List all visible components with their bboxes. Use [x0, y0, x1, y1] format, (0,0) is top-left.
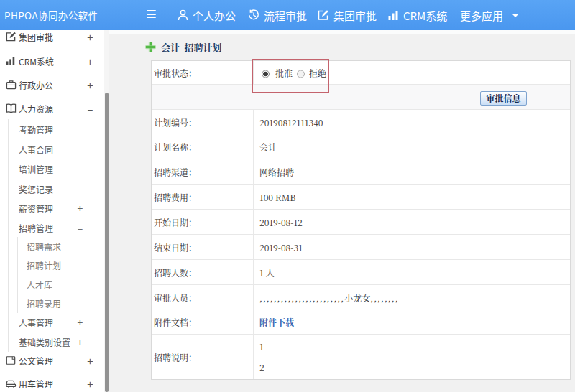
logo: PHPOA协同办公软件 [4, 0, 98, 30]
page-title: 会计 招聘计划 [145, 39, 222, 54]
row-approver: 审批人员：,,,,,,,,,,,,,,,,,,,,,,,,小龙女,,,,,,,, [152, 285, 570, 309]
menu-toggle[interactable] [147, 10, 156, 19]
menu-recruit-plan[interactable]: 招聘计划 [0, 256, 104, 274]
row-end: 结束日期：2019-08-31 [152, 235, 570, 260]
row-actions: 审批信息 [152, 85, 570, 110]
row-channel: 招聘渠道：网络招聘 [152, 159, 570, 185]
highlight-box [252, 59, 329, 93]
row-name: 计划名称：会计 [152, 134, 570, 159]
menu-recruit[interactable]: 招聘管理– [0, 218, 104, 236]
link-download[interactable]: 附件下载 [259, 316, 294, 328]
nav-personal[interactable]: 个人办公 [178, 0, 236, 30]
row-attach: 附件文档：附件下载 [152, 309, 570, 335]
row-no: 计划编号：20190812111340 [152, 110, 570, 134]
menu-document[interactable]: 公文管理+ [0, 351, 104, 369]
menu-hr[interactable]: 人力资源– [0, 99, 104, 117]
nav-crm[interactable]: CRM系统 [387, 0, 447, 30]
sidebar: 集团审批+ CRM系统+ 行政办公+ 人力资源– 考勤管理 人事合同 培训管理 … [0, 30, 109, 392]
menu-recruit-hire[interactable]: 招聘录用 [0, 294, 104, 312]
topbar: PHPOA协同办公软件 个人办公 流程审批 集团审批 CRM系统 更多应用 [0, 0, 575, 30]
main: 会计 招聘计划 审批状态： 批准 拒绝 审批信息 计划编号：2019081211… [109, 30, 575, 392]
menu-contract[interactable]: 人事合同 [0, 140, 104, 158]
menu-recruit-need[interactable]: 招聘需求 [0, 237, 104, 255]
nav-workflow[interactable]: 流程审批 [248, 0, 307, 30]
nav-more[interactable]: 更多应用 [460, 0, 519, 30]
menu-base-category[interactable]: 基础类别设置+ [0, 332, 104, 350]
row-desc: 招聘说明：12 [152, 335, 570, 379]
menu-reward[interactable]: 奖惩记录 [0, 179, 104, 197]
row-count: 招聘人数：1 人 [152, 260, 570, 285]
btn-approve-info[interactable]: 审批信息 [480, 91, 527, 106]
row-cost: 招聘费用：100 RMB [152, 185, 570, 210]
menu-salary[interactable]: 薪资管理+ [0, 199, 104, 217]
phpoa-recruit-plan-page: PHPOA协同办公软件 个人办公 流程审批 集团审批 CRM系统 更多应用 集团… [0, 0, 575, 392]
form-panel: 审批状态： 批准 拒绝 审批信息 计划编号：20190812111340 计划名… [151, 60, 571, 380]
menu-attendance[interactable]: 考勤管理 [0, 120, 104, 138]
nav-group-approve[interactable]: 集团审批 [318, 0, 377, 30]
menu-training[interactable]: 培训管理 [0, 159, 104, 177]
menu-personnel[interactable]: 人事管理+ [0, 313, 104, 331]
menu-vehicle[interactable]: 用车管理+ [0, 374, 104, 392]
row-status: 审批状态： 批准 拒绝 [152, 61, 570, 85]
menu-talent[interactable]: 人才库 [0, 275, 104, 293]
menu-crm[interactable]: CRM系统+ [0, 52, 104, 70]
row-start: 开始日期：2019-08-12 [152, 210, 570, 235]
menu-admin[interactable]: 行政办公+ [0, 75, 104, 93]
